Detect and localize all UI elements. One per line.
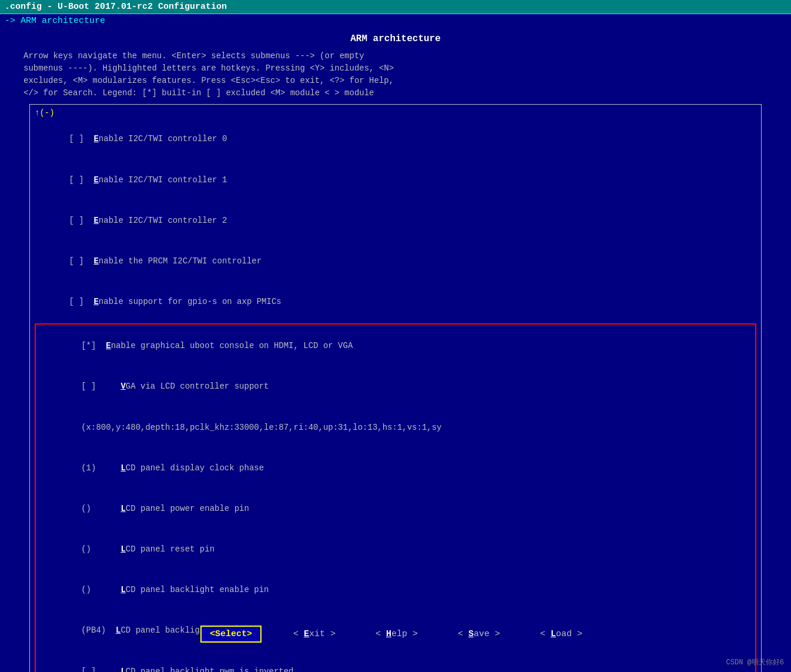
help-line-3: excludes, <M> modularizes features. Pres… (24, 75, 767, 87)
menu-item-backlight-pin[interactable]: () LCD panel backlight enable pin (39, 570, 752, 610)
menu-item-i2c2[interactable]: [ ] Enable I2C/TWI controller 2 (30, 200, 761, 240)
menu-item-reset-pin[interactable]: () LCD panel reset pin (39, 529, 752, 570)
title-bar: .config - U-Boot 2017.01-rc2 Configurati… (0, 0, 791, 14)
help-label: elp > (391, 629, 418, 639)
save-label: ave > (474, 629, 500, 639)
menu-item-i2c0[interactable]: [ ] Enable I2C/TWI controller 0 (30, 119, 761, 159)
hotkey-l2: L (120, 504, 125, 513)
watermark: CSDN @明天你好6 (726, 657, 784, 667)
menu-item-clock-phase[interactable]: (1) LCD panel display clock phase (39, 447, 752, 488)
select-button[interactable]: <Select> (200, 626, 262, 643)
help-line-2: submenus ----). Highlighted letters are … (24, 62, 767, 75)
hotkey-l3: L (120, 544, 125, 554)
section-title: ARM architecture (24, 34, 767, 44)
hotkey-l6: L (120, 667, 125, 672)
help-hotkey: H (386, 629, 391, 639)
menu-item-pwm-inverted[interactable]: [ ] LCD panel backlight pwm is inverted (39, 651, 752, 672)
menu-item-gpio[interactable]: [ ] Enable support for gpio-s on axp PMI… (30, 282, 761, 322)
title-text: .config - U-Boot 2017.01-rc2 Configurati… (5, 2, 227, 12)
load-hotkey: L (551, 629, 556, 639)
hotkey-l4: L (120, 585, 125, 594)
main-content: ARM architecture Arrow keys navigate the… (0, 28, 791, 672)
menu-container: ↑(-) [ ] Enable I2C/TWI controller 0 [ ]… (29, 104, 762, 672)
exit-hotkey: E (304, 629, 309, 639)
hotkey-e4: E (93, 256, 98, 266)
help-line-1: Arrow keys navigate the menu. <Enter> se… (24, 50, 767, 62)
menu-item-prcm[interactable]: [ ] Enable the PRCM I2C/TWI controller (30, 241, 761, 282)
menu-item-lcd-params[interactable]: (x:800,y:480,depth:18,pclk_khz:33000,le:… (39, 407, 752, 447)
exit-button[interactable]: < Exit > (285, 626, 344, 643)
hotkey-v: V (120, 382, 125, 391)
breadcrumb-bar: -> ARM architecture (0, 14, 791, 28)
help-line-4: </> for Search. Legend: [*] built-in [ ]… (24, 87, 767, 99)
exit-label: xit > (309, 629, 336, 639)
hotkey-e3: E (93, 216, 98, 225)
scroll-indicator: ↑(-) (30, 107, 761, 119)
load-label: oad > (556, 629, 582, 639)
hotkey-e1: E (93, 134, 98, 143)
select-label: <Select> (210, 629, 252, 639)
help-button[interactable]: < Help > (367, 626, 426, 643)
menu-item-i2c1[interactable]: [ ] Enable I2C/TWI controller 1 (30, 159, 761, 200)
load-button[interactable]: < Load > (532, 626, 591, 643)
menu-item-vga[interactable]: [ ] VGA via LCD controller support (39, 366, 752, 407)
save-hotkey: S (468, 629, 474, 639)
hotkey-l1: L (120, 463, 125, 473)
breadcrumb-text: -> ARM architecture (5, 16, 105, 26)
help-text: Arrow keys navigate the menu. <Enter> se… (24, 50, 767, 99)
menu-item-power-pin[interactable]: () LCD panel power enable pin (39, 489, 752, 529)
button-bar: <Select> < Exit > < Help > < Save > < Lo… (0, 620, 791, 648)
hotkey-e2: E (93, 175, 98, 185)
hotkey-e5: E (93, 297, 98, 306)
hotkey-e6: E (106, 341, 110, 350)
save-button[interactable]: < Save > (450, 626, 508, 643)
menu-item-graphical[interactable]: [*] Enable graphical uboot console on HD… (39, 326, 752, 366)
